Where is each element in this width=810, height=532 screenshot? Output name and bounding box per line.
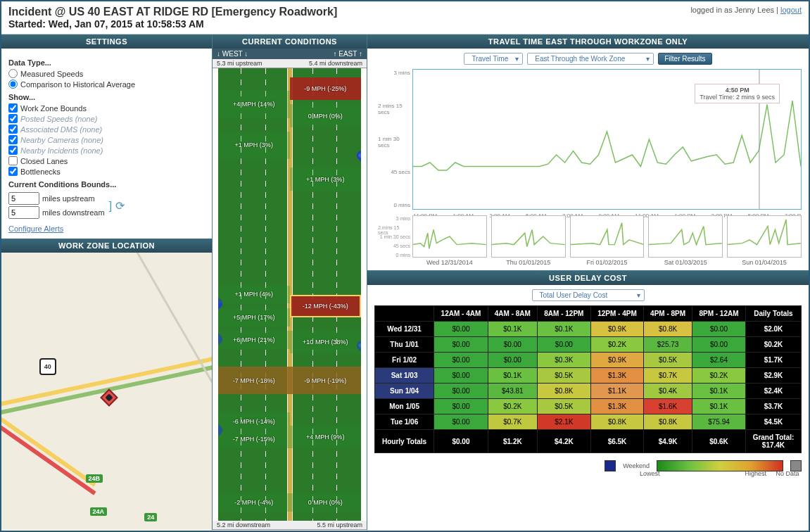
road-segment[interactable]: -9 MPH (-25%): [290, 77, 362, 100]
mini-chart[interactable]: [570, 215, 645, 258]
delay-cell[interactable]: $1.1K: [590, 384, 643, 399]
delay-cell[interactable]: $43.81: [488, 384, 537, 399]
road-segment[interactable]: -6 MPH (-14%): [218, 412, 290, 431]
road-segment[interactable]: +1 MPH (4%): [218, 286, 290, 304]
delay-cell[interactable]: $0.1K: [488, 368, 537, 384]
mini-chart[interactable]: [491, 215, 566, 258]
road-segment[interactable]: +4 MPH (9%): [290, 426, 362, 448]
delay-cell[interactable]: $0.8K: [644, 414, 692, 430]
delay-cell[interactable]: $0.00: [434, 368, 488, 384]
road-segment[interactable]: -12 MPH (-43%): [290, 295, 362, 317]
mini-chart-label: Fri 01/02/2015: [570, 259, 645, 266]
delay-cell[interactable]: $0.00: [434, 353, 488, 368]
exit-24b: 24B: [86, 474, 103, 483]
chk-cameras[interactable]: Nearby Cameras (none): [8, 135, 205, 144]
road-segment[interactable]: -7 MPH (-15%): [218, 430, 290, 448]
road-segment[interactable]: +10 MPH (38%): [290, 331, 362, 353]
road-segment[interactable]: +4 MPH (14%): [218, 91, 290, 118]
delay-cell[interactable]: $0.00: [692, 337, 746, 353]
road-segment[interactable]: +1 MPH (3%): [290, 167, 362, 190]
delay-metric-dropdown[interactable]: Total User Delay Cost: [532, 289, 645, 301]
table-row-header: Wed 12/31: [375, 322, 434, 337]
workzone-map[interactable]: 40 24B 24A 24: [1, 253, 212, 530]
delay-cell[interactable]: $0.5K: [644, 353, 692, 368]
delay-cell[interactable]: $0.00: [692, 322, 746, 337]
mini-chart-label: Thu 01/01/2015: [491, 259, 566, 266]
delay-cell[interactable]: $0.00: [537, 337, 590, 353]
delay-cell[interactable]: $0.9K: [590, 322, 643, 337]
delay-cell[interactable]: $0.7K: [644, 368, 692, 384]
chk-bottlenecks[interactable]: Bottlenecks: [8, 167, 205, 176]
direction-header: ↓ WEST ↓ ↑ EAST ↑: [213, 49, 367, 59]
delay-cell[interactable]: $0.8K: [644, 322, 692, 337]
delay-cell[interactable]: $0.1K: [537, 322, 590, 337]
delay-cell[interactable]: $0.00: [488, 337, 537, 353]
radio-comparison[interactable]: Comparison to Historical Average: [8, 80, 205, 89]
dist-top-left: 5.3 mi upstream: [217, 60, 262, 67]
delay-cell[interactable]: $0.2K: [590, 337, 643, 353]
delay-cell[interactable]: $0.7K: [488, 414, 537, 430]
exit-24a: 24A: [90, 507, 108, 516]
delay-cell[interactable]: $1.3K: [590, 368, 643, 384]
chk-incidents[interactable]: Nearby Incidents (none): [8, 146, 205, 155]
delay-cell[interactable]: $0.3K: [537, 353, 590, 368]
delay-cell[interactable]: $0.5K: [537, 368, 590, 384]
delay-cell[interactable]: $0.00: [434, 414, 488, 430]
delay-cell[interactable]: $0.1K: [488, 322, 537, 337]
filter-results-button[interactable]: Filter Results: [658, 53, 711, 65]
delay-cell[interactable]: $0.00: [488, 353, 537, 368]
logout-link[interactable]: logout: [780, 6, 802, 14]
delay-cost-table: 12AM - 4AM4AM - 8AM8AM - 12PM12PM - 4PM4…: [374, 305, 802, 453]
direction-dropdown[interactable]: East Through the Work Zone: [527, 53, 654, 65]
mini-chart[interactable]: 3 mins2 mins 15 secs1 min 30 secs45 secs…: [412, 215, 487, 258]
road-segment[interactable]: 0 MPH (0%): [290, 493, 362, 512]
road-segment[interactable]: +6 MPH (21%): [218, 331, 290, 349]
chk-posted[interactable]: Posted Speeds (none): [8, 114, 205, 123]
delay-cell[interactable]: $0.2K: [692, 368, 746, 384]
delay-cell[interactable]: $0.4K: [644, 384, 692, 399]
chk-closed[interactable]: Closed Lanes: [8, 156, 205, 165]
chk-dms[interactable]: Associated DMS (none): [8, 125, 205, 134]
traveltime-title: TRAVEL TIME EAST THROUGH WORKZONE ONLY: [367, 34, 809, 49]
delay-cell[interactable]: $0.8K: [537, 384, 590, 399]
delay-cell[interactable]: $2.64: [692, 353, 746, 368]
delay-cell[interactable]: $1.3K: [590, 399, 643, 414]
mini-chart[interactable]: [648, 215, 723, 258]
delay-cell[interactable]: $0.00: [434, 337, 488, 353]
road-segment[interactable]: +1 MPH (3%): [218, 132, 290, 159]
table-row-header: Thu 1/01: [375, 337, 434, 353]
table-row-header: Mon 1/05: [375, 399, 434, 414]
delay-cell[interactable]: $0.00: [434, 384, 488, 399]
downstream-input[interactable]: [8, 206, 39, 219]
road-segment[interactable]: +5 MPH (17%): [218, 308, 290, 327]
mini-chart[interactable]: [727, 215, 802, 258]
delay-cell[interactable]: $0.00: [434, 399, 488, 414]
delay-cell[interactable]: $0.1K: [692, 384, 746, 399]
delay-cell[interactable]: $0.9K: [590, 353, 643, 368]
delay-cell[interactable]: $2.1K: [537, 414, 590, 430]
delay-cell[interactable]: $0.5K: [537, 399, 590, 414]
exit-24: 24: [144, 513, 157, 521]
road-segment[interactable]: 0 MPH (0%): [290, 104, 362, 127]
login-prefix: logged in as: [690, 6, 734, 14]
delay-cell[interactable]: $0.1K: [692, 399, 746, 414]
delay-cell[interactable]: $25.73: [644, 337, 692, 353]
sync-icon[interactable]: ] ⟳: [109, 199, 125, 213]
upstream-input[interactable]: [8, 192, 39, 205]
delay-cell[interactable]: $0.00: [434, 322, 488, 337]
travel-time-chart[interactable]: 3 mins2 mins 15 secs1 min 30 secs45 secs…: [412, 69, 802, 210]
delay-cell[interactable]: $1.6K: [644, 399, 692, 414]
chart-tooltip: 4:50 PM Travel Time: 2 mins 9 secs: [695, 84, 780, 103]
road-segment[interactable]: -7 MPH (-18%): [218, 367, 290, 394]
chk-workzone[interactable]: Work Zone Bounds: [8, 103, 205, 113]
road-segment[interactable]: -9 MPH (-19%): [290, 367, 362, 394]
delay-cell[interactable]: $0.8K: [590, 414, 643, 430]
delay-cell[interactable]: $75.94: [692, 414, 746, 430]
metric-dropdown[interactable]: Travel Time: [464, 53, 523, 65]
delay-cell[interactable]: $0.2K: [488, 399, 537, 414]
road-segment[interactable]: -2 MPH (-4%): [218, 493, 290, 512]
road-segments[interactable]: +4 MPH (14%)+1 MPH (3%)+1 MPH (4%)+5 MPH…: [217, 68, 362, 521]
radio-measured[interactable]: Measured Speeds: [8, 69, 205, 78]
camera-pin-icon[interactable]: [355, 148, 362, 165]
configure-alerts-link[interactable]: Configure Alerts: [8, 224, 63, 233]
